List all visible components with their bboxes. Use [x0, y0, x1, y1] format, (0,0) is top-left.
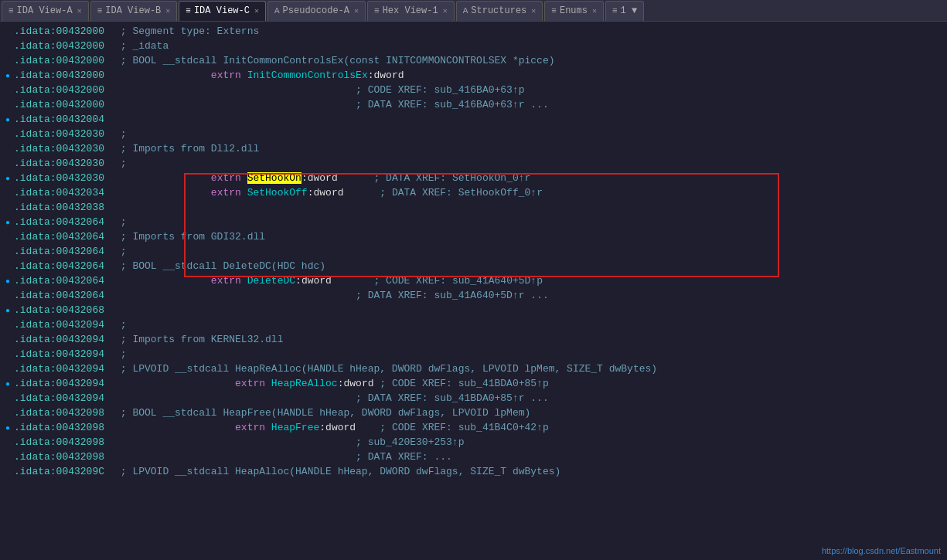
tab-close-enums[interactable]: ✕	[592, 6, 597, 15]
tab-more[interactable]: ≡ 1 ▼	[605, 1, 644, 21]
tab-hex-view[interactable]: ≡ Hex View-1 ✕	[367, 1, 455, 21]
tab-close-c[interactable]: ✕	[254, 6, 259, 15]
bullet-dot: ●	[2, 216, 14, 230]
tab-label-struct: Structures	[471, 5, 526, 16]
watermark: https://blog.csdn.net/Eastmount	[822, 546, 941, 555]
tab-label-b: IDA View-B	[105, 5, 161, 16]
code-content: ; Imports from KERNEL32.dll	[114, 333, 945, 347]
tab-icon-c: ≡	[186, 6, 191, 15]
tab-close-a[interactable]: ✕	[77, 6, 82, 15]
code-line: .idata:00432064 ; BOOL __stdcall DeleteD…	[0, 260, 947, 274]
code-line: ● .idata:00432094 extrn HeapReAlloc:dwor…	[0, 377, 947, 392]
tab-icon-a: ≡	[9, 6, 14, 15]
code-content: ; DATA XREF: sub_416BA0+63↑r ...	[114, 98, 945, 112]
addr: .idata:00432000	[14, 69, 114, 83]
code-content: ; BOOL __stdcall DeleteDC(HDC hdc)	[114, 260, 945, 273]
code-line: ● .idata:00432000 extrn InitCommonContro…	[0, 69, 947, 83]
code-content: ;	[114, 318, 945, 332]
code-line: .idata:00432094 ; DATA XREF: sub_41BDA0+…	[0, 392, 947, 406]
code-content: ; Imports from Dll2.dll	[114, 142, 945, 156]
addr: .idata:00432094	[14, 348, 114, 361]
tab-close-struct[interactable]: ✕	[531, 6, 536, 15]
addr: .idata:00432094	[14, 333, 114, 347]
addr: .idata:00432094	[14, 362, 114, 376]
bullet	[2, 246, 14, 260]
addr: .idata:0043209C	[14, 465, 114, 479]
code-content: ;	[114, 348, 945, 361]
tab-icon-hex: ≡	[374, 6, 380, 15]
bullet-dot: ●	[2, 304, 14, 318]
bullet	[2, 25, 14, 39]
code-content: ;	[114, 245, 945, 259]
addr: .idata:00432000	[14, 39, 114, 53]
code-line: .idata:00432064 ; DATA XREF: sub_41A640+…	[0, 289, 947, 304]
addr: .idata:00432064	[14, 260, 114, 273]
code-line: .idata:00432064 ;	[0, 245, 947, 260]
code-content: ; Imports from GDI32.dll	[114, 230, 945, 244]
code-line: .idata:00432000 ; BOOL __stdcall InitCom…	[0, 54, 947, 69]
addr: .idata:00432030	[14, 171, 114, 185]
code-content: extrn SetHookOn:dword ; DATA XREF: SetHo…	[114, 171, 945, 185]
code-line: .idata:00432094 ;	[0, 318, 947, 333]
code-line: ● .idata:00432064 ;	[0, 216, 947, 230]
tab-close-hex[interactable]: ✕	[443, 6, 448, 15]
bullet	[2, 231, 14, 245]
bullet-dot: ●	[2, 114, 14, 127]
code-content: ;	[114, 216, 945, 229]
code-line: ● .idata:00432068	[0, 304, 947, 318]
bullet	[2, 363, 14, 377]
tab-label-a: IDA View-A	[17, 5, 73, 16]
tab-pseudocode-a[interactable]: A Pseudocode-A ✕	[267, 1, 366, 21]
code-area[interactable]: .idata:00432000 ; Segment type: Externs …	[0, 22, 947, 560]
addr: .idata:00432098	[14, 450, 114, 464]
bullet	[2, 187, 14, 201]
tab-close-b[interactable]: ✕	[165, 6, 170, 15]
bullet-dot: ●	[2, 275, 14, 289]
bullet	[2, 128, 14, 142]
code-line: .idata:00432098 ; DATA XREF: ...	[0, 450, 947, 465]
bullet	[2, 319, 14, 333]
addr: .idata:00432000	[14, 25, 114, 39]
tab-ida-view-b[interactable]: ≡ IDA View-B ✕	[90, 1, 178, 21]
addr: .idata:00432000	[14, 83, 114, 97]
code-line: .idata:00432098 ; sub_420E30+253↑p	[0, 436, 947, 450]
addr: .idata:00432034	[14, 186, 114, 200]
tab-label-c: IDA View-C	[194, 5, 250, 16]
code-content: ;	[114, 127, 945, 141]
code-content: extrn HeapFree:dword ; CODE XREF: sub_41…	[114, 421, 945, 435]
code-line: .idata:0043209C ; LPVOID __stdcall HeapA…	[0, 465, 947, 480]
addr: .idata:00432094	[14, 318, 114, 332]
code-content: ; sub_420E30+253↑p	[114, 436, 945, 450]
code-content: extrn DeleteDC:dword ; CODE XREF: sub_41…	[114, 274, 945, 288]
code-line: .idata:00432000 ; CODE XREF: sub_416BA0+…	[0, 83, 947, 98]
bullet	[2, 407, 14, 421]
bullet-dot: ●	[2, 422, 14, 436]
tab-ida-view-c[interactable]: ≡ IDA View-C ✕	[179, 1, 266, 21]
code-content: ; BOOL __stdcall HeapFree(HANDLE hHeap, …	[114, 406, 945, 420]
code-content: ;	[114, 157, 945, 171]
bullet	[2, 40, 14, 54]
code-line: .idata:00432000 ; _idata	[0, 39, 947, 54]
tab-enums[interactable]: ≡ Enums ✕	[544, 1, 604, 21]
addr: .idata:00432094	[14, 377, 114, 391]
addr: .idata:00432098	[14, 421, 114, 435]
code-content: ; DATA XREF: ...	[114, 450, 945, 464]
code-line: ● .idata:00432064 extrn DeleteDC:dword ;…	[0, 274, 947, 289]
addr: .idata:00432098	[14, 436, 114, 450]
code-line: .idata:00432094 ; LPVOID __stdcall HeapR…	[0, 362, 947, 377]
code-line: .idata:00432038	[0, 201, 947, 216]
tab-close-pcode[interactable]: ✕	[354, 6, 359, 15]
tab-structures[interactable]: A Structures ✕	[456, 1, 543, 21]
code-content: ; _idata	[114, 39, 945, 53]
addr: .idata:00432000	[14, 98, 114, 112]
addr: .idata:00432038	[14, 201, 114, 215]
tab-icon-b: ≡	[97, 6, 103, 15]
tab-label-hex: Hex View-1	[383, 5, 438, 16]
code-line: .idata:00432094 ; Imports from KERNEL32.…	[0, 333, 947, 348]
bullet	[2, 260, 14, 274]
addr: .idata:00432030	[14, 127, 114, 141]
code-content: ; DATA XREF: sub_41BDA0+85↑r ...	[114, 392, 945, 406]
tab-ida-view-a[interactable]: ≡ IDA View-A ✕	[2, 1, 89, 21]
code-content: ; DATA XREF: sub_41A640+5D↑r ...	[114, 289, 945, 303]
tab-icon-enums: ≡	[551, 6, 557, 15]
